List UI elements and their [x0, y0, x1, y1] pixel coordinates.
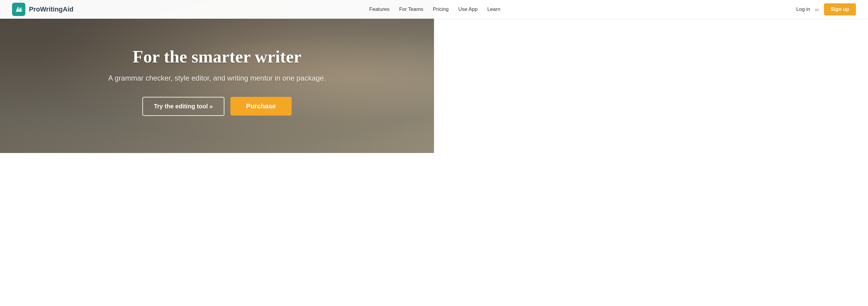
hero-content: For the smarter writer A grammar checker… — [108, 47, 326, 116]
logo-text: ProWritingAid — [29, 5, 73, 13]
try-editing-tool-button[interactable]: Try the editing tool » — [142, 97, 224, 116]
nav-links: Features For Teams Pricing Use App Learn — [369, 6, 434, 12]
nav-pricing[interactable]: Pricing — [433, 6, 434, 12]
nav-for-teams[interactable]: For Teams — [399, 6, 423, 12]
nav-features[interactable]: Features — [369, 6, 390, 12]
hero-subtitle: A grammar checker, style editor, and wri… — [108, 74, 326, 82]
logo-icon — [12, 3, 25, 16]
purchase-button[interactable]: Purchase — [230, 97, 292, 116]
hero-title: For the smarter writer — [108, 47, 326, 67]
logo-link[interactable]: ProWritingAid — [12, 3, 73, 16]
hero-section: For the smarter writer A grammar checker… — [0, 0, 434, 153]
hero-buttons: Try the editing tool » Purchase — [108, 97, 326, 116]
navbar: ProWritingAid Features For Teams Pricing… — [0, 0, 434, 19]
